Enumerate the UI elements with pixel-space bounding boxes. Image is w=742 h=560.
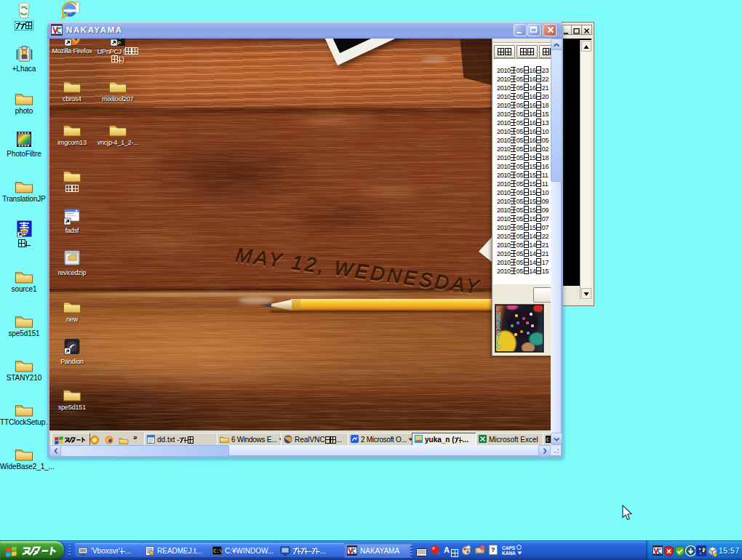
svg-text:C:\: C:\	[214, 549, 223, 554]
svg-text:C: C	[546, 437, 549, 443]
svg-text:?: ?	[491, 546, 495, 553]
